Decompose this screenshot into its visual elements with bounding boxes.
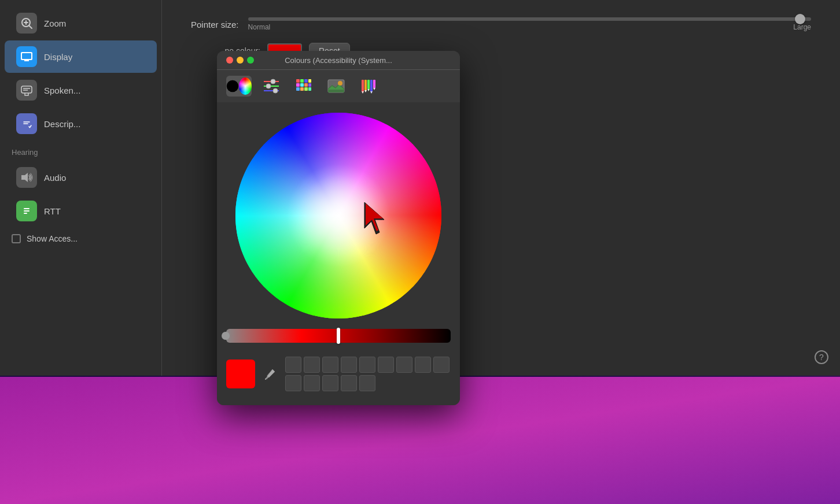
tab-pencils[interactable] [356,76,381,97]
sidebar-item-zoom[interactable]: Zoom [5,7,157,39]
svg-rect-35 [300,87,304,91]
svg-marker-42 [362,91,364,94]
svg-marker-12 [21,173,28,182]
svg-rect-29 [308,79,311,83]
swatch-cell-14[interactable] [359,375,375,391]
sidebar-item-display[interactable]: Display [5,40,157,73]
sidebar-item-rtt-label: RTT [44,206,61,216]
swatch-cell-4[interactable] [341,357,357,373]
svg-rect-28 [304,79,308,83]
pointer-size-normal: Normal [248,23,271,31]
close-button[interactable] [226,57,233,64]
window-title: Colours (Accessibility (System... [285,56,392,65]
tab-sliders[interactable] [259,76,284,97]
swatch-cell-11[interactable] [304,375,320,391]
color-picker-window: Colours (Accessibility (System... @prope [217,51,460,405]
sidebar-item-descriptions-label: Descrip... [44,119,80,129]
svg-rect-43 [364,80,367,90]
show-accessibility-row[interactable]: Show Acces... [0,228,161,249]
swatch-cell-8[interactable] [415,357,431,373]
tab-palette[interactable] [291,76,316,97]
pointer-size-large: Large [793,23,811,31]
swatch-cell-6[interactable] [378,357,394,373]
swatch-cell-3[interactable] [322,357,338,373]
svg-rect-41 [362,80,364,91]
slider-left-cap [222,332,230,340]
pointer-size-track[interactable] [248,17,811,21]
pointer-size-row: Pointer size: Normal Large [191,17,811,31]
svg-marker-46 [367,89,370,91]
swatches-row [226,352,451,396]
swatch-cell-12[interactable] [322,375,338,391]
traffic-lights [226,57,254,64]
swatch-grid [285,357,451,391]
color-wheel-container [226,112,451,320]
svg-rect-34 [296,87,300,91]
svg-rect-45 [367,80,370,89]
zoom-icon [16,13,37,34]
pointer-size-labels: Normal Large [248,23,811,31]
sidebar-item-descriptions[interactable]: Descrip... [5,108,157,140]
sidebar-item-audio[interactable]: Audio [5,161,157,194]
show-access-checkbox[interactable] [12,234,21,243]
descriptions-icon [16,113,37,134]
svg-rect-36 [304,87,308,91]
brightness-slider[interactable] [226,329,451,343]
svg-rect-32 [304,83,308,87]
hearing-section-label: Hearing [0,141,161,160]
svg-marker-50 [373,88,375,90]
sidebar: Zoom Display Sp [0,0,162,376]
swatch-cell-10[interactable] [285,375,301,391]
minimize-button[interactable] [237,57,244,64]
svg-point-40 [338,81,342,86]
brightness-thumb[interactable] [337,328,340,344]
swatch-cell-2[interactable] [304,357,320,373]
svg-rect-26 [296,79,300,83]
color-wheel-icon [239,77,252,95]
audio-icon [16,167,37,188]
svg-rect-49 [373,80,375,88]
svg-rect-16 [24,213,27,214]
sidebar-item-display-label: Display [44,52,72,62]
svg-rect-5 [22,53,31,59]
swatch-cell-13[interactable] [341,375,357,391]
swatch-cell-9[interactable] [433,357,450,373]
svg-line-1 [30,26,32,29]
svg-rect-27 [300,79,304,83]
svg-marker-48 [370,91,373,94]
svg-rect-31 [300,83,304,87]
svg-rect-30 [296,83,300,87]
svg-point-21 [271,79,275,84]
help-button[interactable]: ? [815,350,828,364]
picker-body [217,102,460,405]
rtt-icon [16,201,37,221]
svg-rect-6 [24,60,29,61]
brightness-slider-container [226,329,451,343]
sidebar-item-rtt[interactable]: RTT [5,195,157,227]
pointer-size-label: Pointer size: [191,20,239,29]
swatch-cell-1[interactable] [285,357,301,373]
svg-rect-33 [308,83,311,87]
current-color-swatch[interactable] [226,360,255,388]
svg-point-52 [266,377,268,379]
color-picker-titlebar: Colours (Accessibility (System... [217,51,460,70]
tab-image[interactable] [323,76,349,97]
color-wheel[interactable] [234,112,443,320]
svg-rect-14 [24,208,30,209]
maximize-button[interactable] [247,57,254,64]
svg-rect-37 [308,87,311,91]
eyedropper-button[interactable] [260,364,281,384]
tab-color-wheel[interactable]: @property --angle { syntax: '<angle>'; i… [226,76,252,97]
show-access-label: Show Acces... [27,234,78,243]
sidebar-item-spoken-label: Spoken... [44,86,80,95]
sidebar-item-spoken[interactable]: Spoken... [5,74,157,106]
swatch-cell-7[interactable] [396,357,412,373]
pointer-size-slider-container: Normal Large [248,17,811,31]
pointer-size-thumb[interactable] [795,14,805,24]
svg-marker-44 [364,90,367,92]
svg-rect-15 [24,210,30,212]
spoken-icon [16,80,37,101]
svg-rect-47 [370,80,373,91]
svg-rect-7 [21,86,32,93]
swatch-cell-5[interactable] [359,357,375,373]
